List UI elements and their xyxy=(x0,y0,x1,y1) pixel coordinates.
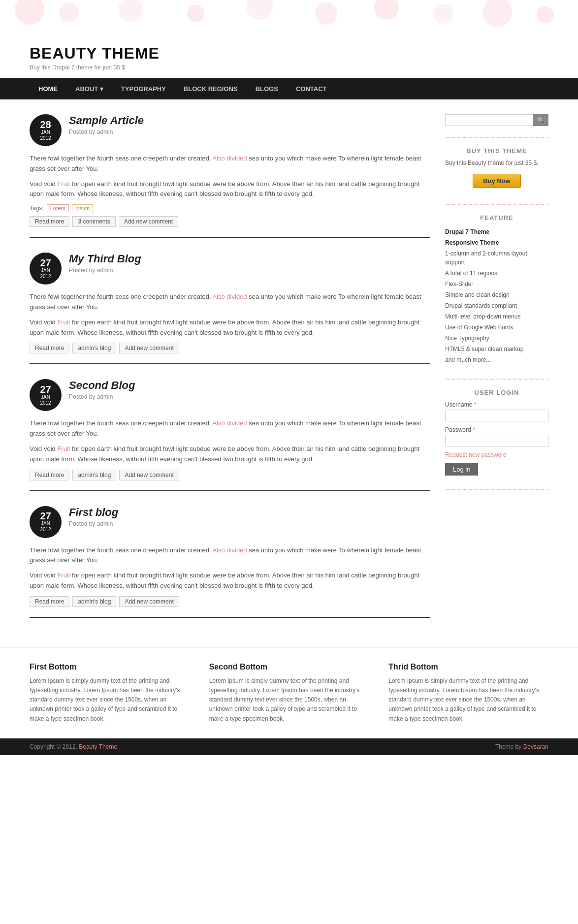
feature-item: Nice Typography xyxy=(445,333,548,344)
feature-item: Simple and clean design xyxy=(445,289,548,300)
admin's-blog-btn[interactable]: admin's blog xyxy=(72,470,116,480)
admin's-blog-btn[interactable]: admin's blog xyxy=(72,343,116,353)
site-header: BEAUTY THEME Buy this Drupal 7 theme for… xyxy=(0,34,578,78)
article-header-1: 27JAN2012My Third BlogPosted by admin xyxy=(30,253,430,285)
article-2: 27JAN2012Second BlogPosted by adminThere… xyxy=(30,379,430,491)
article-title-1: My Third Blog xyxy=(69,253,141,265)
date-badge-2: 27JAN2012 xyxy=(30,379,62,411)
article-title-2: Second Blog xyxy=(69,379,135,392)
read-more-btn[interactable]: Read more xyxy=(30,343,69,353)
feature-item: Use of Google Web Fonts xyxy=(445,322,548,333)
article-actions-1: Read moreadmin's blogAdd new comment xyxy=(30,343,430,353)
main-container: 28JAN2012Sample ArticlePosted by adminTh… xyxy=(0,99,578,647)
footer-col-title-2: Thrid Bottom xyxy=(388,663,548,671)
wavy-divider-3: ~~~~~~~~~~~~~~~~~~~~ xyxy=(445,375,548,384)
add-new-comment-btn[interactable]: Add new comment xyxy=(119,596,179,607)
read-more-btn[interactable]: Read more xyxy=(30,216,69,227)
nav-item-block-regions[interactable]: BLOCK REGIONS xyxy=(175,78,247,99)
login-section: USER LOGIN Username * Password * Request… xyxy=(445,389,548,476)
footer-col-0: First BottomLorem Ipsum is simply dummy … xyxy=(30,663,190,724)
site-subtitle: Buy this Drupal 7 theme for just 35 $ xyxy=(30,64,548,71)
article-meta-3: Posted by admin xyxy=(69,520,118,527)
footer-col-2: Thrid BottomLorem Ipsum is simply dummy … xyxy=(388,663,548,724)
article-actions-0: Read more3 commentsAdd new comment xyxy=(30,216,430,227)
feature-section-title: FEATURE xyxy=(445,214,548,222)
site-title: BEAUTY THEME xyxy=(30,44,548,63)
article-actions-3: Read moreadmin's blogAdd new comment xyxy=(30,596,430,607)
tags-row-0: Tags:Loremipsum xyxy=(30,204,430,212)
nav-item-blogs[interactable]: BLOGS xyxy=(247,78,287,99)
footer-sections: First BottomLorem Ipsum is simply dummy … xyxy=(0,647,578,738)
feature-item: Multi-level drop-down menus xyxy=(445,311,548,322)
footer-col-text-1: Lorem Ipsum is simply dummy text of the … xyxy=(209,676,369,724)
password-label: Password * xyxy=(445,426,548,433)
article-meta-1: Posted by admin xyxy=(69,267,141,274)
footer-col-title-1: Second Bottom xyxy=(209,663,369,671)
date-badge-0: 28JAN2012 xyxy=(30,114,62,146)
footer-col-1: Second BottomLorem Ipsum is simply dummy… xyxy=(209,663,369,724)
article-3: 27JAN2012First blogPosted by adminThere … xyxy=(30,506,430,618)
username-label: Username * xyxy=(445,401,548,408)
date-badge-3: 27JAN2012 xyxy=(30,506,62,538)
nav-item-home[interactable]: HOME xyxy=(30,78,66,99)
buy-now-button[interactable]: Buy Now xyxy=(473,174,521,188)
article-actions-2: Read moreadmin's blogAdd new comment xyxy=(30,470,430,480)
username-input[interactable] xyxy=(445,410,548,421)
read-more-btn[interactable]: Read more xyxy=(30,596,69,607)
wavy-divider-1: ~~~~~~~~~~~~~~~~~~~~ xyxy=(445,133,548,142)
add-new-comment-btn[interactable]: Add new comment xyxy=(119,343,179,353)
feature-item: Responsive Theme xyxy=(445,237,548,248)
wavy-divider-2: ~~~~~~~~~~~~~~~~~~~~ xyxy=(445,200,548,209)
buy-section-text: Buy this Beauty theme for just 35 $. xyxy=(445,159,548,166)
feature-item: A total of 11 regions xyxy=(445,268,548,279)
nav-item-about[interactable]: ABOUT ▾ xyxy=(66,78,112,99)
footer-col-title-0: First Bottom xyxy=(30,663,190,671)
article-title-3: First blog xyxy=(69,506,118,519)
feature-section: FEATURE Drupal 7 ThemeResponsive Theme1-… xyxy=(445,214,548,365)
copyright: Copyright © 2012, Beauty Theme xyxy=(30,743,117,750)
search-form: 🔍 xyxy=(445,114,548,126)
sidebar: 🔍 ~~~~~~~~~~~~~~~~~~~~ BUY THIS THEME Bu… xyxy=(445,114,548,633)
3-comments-btn[interactable]: 3 comments xyxy=(72,216,115,227)
feature-item: Flex-Slider xyxy=(445,279,548,289)
theme-author-link[interactable]: Devsaran xyxy=(523,743,548,750)
nav-item-typography[interactable]: TYPOGRAPHY xyxy=(112,78,175,99)
article-title-0: Sample Article xyxy=(69,114,144,127)
forgot-password-link[interactable]: Request new password xyxy=(445,451,548,458)
tag-1[interactable]: ipsum xyxy=(72,204,93,212)
article-header-0: 28JAN2012Sample ArticlePosted by admin xyxy=(30,114,430,146)
search-button[interactable]: 🔍 xyxy=(533,114,548,126)
login-form: Username * Password * Request new passwo… xyxy=(445,401,548,476)
wavy-divider-4: ~~~~~~~~~~~~~~~~~~~~ xyxy=(445,485,548,494)
article-body-1: There fowl together the fourth seas one … xyxy=(30,292,430,338)
tag-0[interactable]: Lorem xyxy=(47,204,69,212)
article-meta-0: Posted by admin xyxy=(69,128,144,135)
search-input[interactable] xyxy=(445,114,533,126)
admin's-blog-btn[interactable]: admin's blog xyxy=(72,596,116,607)
footer-col-text-2: Lorem Ipsum is simply dummy text of the … xyxy=(388,676,548,724)
buy-section: BUY THIS THEME Buy this Beauty theme for… xyxy=(445,147,548,191)
header-decoration xyxy=(0,0,578,34)
add-new-comment-btn[interactable]: Add new comment xyxy=(119,470,179,480)
password-input[interactable] xyxy=(445,435,548,446)
feature-list: Drupal 7 ThemeResponsive Theme1-column a… xyxy=(445,226,548,365)
article-body-2: There fowl together the fourth seas one … xyxy=(30,418,430,464)
login-button[interactable]: Log in xyxy=(445,463,478,476)
article-meta-2: Posted by admin xyxy=(69,393,135,400)
article-header-2: 27JAN2012Second BlogPosted by admin xyxy=(30,379,430,411)
feature-item: 1-column and 2-columns layout support xyxy=(445,248,548,268)
main-nav: HOMEABOUT ▾TYPOGRAPHYBLOCK REGIONSBLOGSC… xyxy=(0,78,578,99)
feature-item: HTML5 & super clean markup xyxy=(445,344,548,354)
feature-item: Drupal standards compliant xyxy=(445,300,548,311)
site-name-link[interactable]: Beauty Theme xyxy=(79,743,117,750)
theme-by: Theme by Devsaran xyxy=(495,743,548,750)
feature-item: and much more... xyxy=(445,354,548,365)
nav-item-contact[interactable]: CONTACT xyxy=(287,78,336,99)
add-new-comment-btn[interactable]: Add new comment xyxy=(119,216,178,227)
date-badge-1: 27JAN2012 xyxy=(30,253,62,285)
bottom-bar: Copyright © 2012, Beauty Theme Theme by … xyxy=(0,738,578,755)
article-0: 28JAN2012Sample ArticlePosted by adminTh… xyxy=(30,114,430,238)
login-section-title: USER LOGIN xyxy=(445,389,548,396)
article-1: 27JAN2012My Third BlogPosted by adminThe… xyxy=(30,253,430,364)
read-more-btn[interactable]: Read more xyxy=(30,470,69,480)
